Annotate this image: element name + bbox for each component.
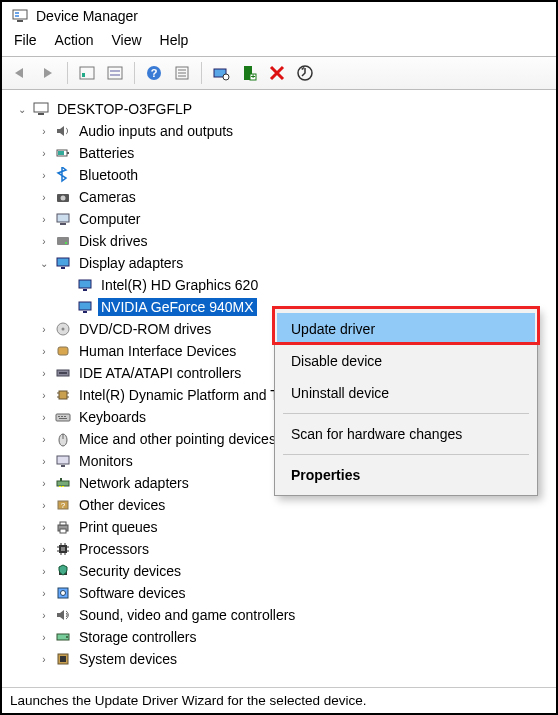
svg-rect-1 [17, 20, 23, 22]
menu-action[interactable]: Action [55, 32, 94, 48]
menu-help[interactable]: Help [160, 32, 189, 48]
window-title: Device Manager [36, 8, 138, 24]
chevron-right-icon[interactable]: › [38, 543, 50, 555]
context-menu-divider [283, 454, 529, 455]
tree-category[interactable]: ›Batteries [38, 142, 556, 164]
add-hardware-button[interactable]: + [237, 61, 261, 85]
properties-button[interactable] [170, 61, 194, 85]
tree-category[interactable]: ›System devices [38, 648, 556, 670]
chevron-right-icon[interactable]: › [38, 323, 50, 335]
tree-category[interactable]: ›Software devices [38, 582, 556, 604]
tree-device[interactable]: Intel(R) HD Graphics 620 [60, 274, 556, 296]
scan-hardware-button[interactable] [209, 61, 233, 85]
chevron-right-icon[interactable]: › [38, 653, 50, 665]
tree-category[interactable]: ›Storage controllers [38, 626, 556, 648]
context-uninstall-device[interactable]: Uninstall device [277, 377, 535, 409]
context-menu-divider [283, 413, 529, 414]
computer-icon [54, 210, 72, 228]
tree-category-label: Audio inputs and outputs [76, 122, 236, 140]
context-scan-hardware[interactable]: Scan for hardware changes [277, 418, 535, 450]
menu-view[interactable]: View [111, 32, 141, 48]
tree-category-label: Keyboards [76, 408, 149, 426]
chevron-right-icon[interactable]: › [38, 235, 50, 247]
tree-category[interactable]: ›Processors [38, 538, 556, 560]
toolbar-separator [134, 62, 135, 84]
svg-rect-64 [60, 522, 66, 525]
svg-text:?: ? [151, 67, 158, 79]
svg-rect-25 [58, 151, 64, 155]
chevron-right-icon[interactable]: › [38, 609, 50, 621]
chevron-right-icon[interactable]: › [38, 147, 50, 159]
svg-rect-56 [61, 465, 65, 467]
chevron-right-icon[interactable]: › [38, 213, 50, 225]
chip-icon [54, 386, 72, 404]
chevron-right-icon[interactable]: › [38, 125, 50, 137]
tree-category[interactable]: ›Security devices [38, 560, 556, 582]
device-tree[interactable]: ⌄ DESKTOP-O3FGFLP ›Audio inputs and outp… [2, 90, 556, 687]
ide-icon [54, 364, 72, 382]
chevron-right-icon[interactable]: › [38, 455, 50, 467]
toolbar-separator [67, 62, 68, 84]
tree-category-label: Display adapters [76, 254, 186, 272]
tree-category[interactable]: ›Bluetooth [38, 164, 556, 186]
tree-category-label: Print queues [76, 518, 161, 536]
chevron-right-icon[interactable]: › [38, 169, 50, 181]
context-update-driver[interactable]: Update driver [277, 313, 535, 345]
tree-category[interactable]: ›Audio inputs and outputs [38, 120, 556, 142]
svg-rect-57 [57, 481, 69, 486]
tree-category[interactable]: ›Computer [38, 208, 556, 230]
tree-category[interactable]: ›Disk drives [38, 230, 556, 252]
tree-category-label: Disk drives [76, 232, 150, 250]
chevron-right-icon[interactable]: › [38, 499, 50, 511]
tree-category-label: Software devices [76, 584, 189, 602]
svg-rect-22 [38, 113, 44, 115]
security-icon [54, 562, 72, 580]
forward-button[interactable] [36, 61, 60, 85]
update-driver-button[interactable] [293, 61, 317, 85]
tree-root[interactable]: ⌄ DESKTOP-O3FGFLP [16, 98, 556, 120]
svg-rect-43 [59, 391, 67, 399]
svg-rect-30 [57, 237, 69, 245]
chevron-right-icon[interactable]: › [38, 389, 50, 401]
spacer [60, 301, 72, 313]
chevron-right-icon[interactable]: › [38, 411, 50, 423]
chevron-right-icon[interactable]: › [38, 587, 50, 599]
chevron-right-icon[interactable]: › [38, 631, 50, 643]
chevron-down-icon[interactable]: ⌄ [38, 257, 50, 269]
remove-button[interactable] [265, 61, 289, 85]
tree-category-label: IDE ATA/ATAPI controllers [76, 364, 244, 382]
chevron-right-icon[interactable]: › [38, 521, 50, 533]
svg-point-27 [61, 196, 66, 201]
context-properties[interactable]: Properties [277, 459, 535, 491]
chevron-down-icon[interactable]: ⌄ [16, 103, 28, 115]
svg-rect-35 [83, 289, 87, 291]
svg-rect-7 [110, 70, 120, 72]
menu-file[interactable]: File [14, 32, 37, 48]
show-hidden-button[interactable] [75, 61, 99, 85]
svg-rect-34 [79, 280, 91, 288]
tree-category[interactable]: ›Sound, video and game controllers [38, 604, 556, 626]
svg-point-78 [61, 591, 66, 596]
tree-category-label: Monitors [76, 452, 136, 470]
tree-category-label: Cameras [76, 188, 139, 206]
tree-category[interactable]: ⌄Display adapters [38, 252, 556, 274]
chevron-right-icon[interactable]: › [38, 191, 50, 203]
svg-rect-67 [61, 547, 65, 551]
chevron-right-icon[interactable]: › [38, 565, 50, 577]
context-menu: Update driver Disable device Uninstall d… [274, 308, 538, 496]
chevron-right-icon[interactable]: › [38, 433, 50, 445]
chevron-right-icon[interactable]: › [38, 345, 50, 357]
svg-rect-49 [58, 416, 60, 417]
help-button[interactable]: ? [142, 61, 166, 85]
context-disable-device[interactable]: Disable device [277, 345, 535, 377]
tree-category[interactable]: ›Print queues [38, 516, 556, 538]
tree-root-label: DESKTOP-O3FGFLP [54, 100, 195, 118]
chevron-right-icon[interactable]: › [38, 367, 50, 379]
svg-rect-37 [83, 311, 87, 313]
back-button[interactable] [8, 61, 32, 85]
tree-category[interactable]: ›?Other devices [38, 494, 556, 516]
tree-category[interactable]: ›Cameras [38, 186, 556, 208]
view-button[interactable] [103, 61, 127, 85]
hid-icon [54, 342, 72, 360]
chevron-right-icon[interactable]: › [38, 477, 50, 489]
